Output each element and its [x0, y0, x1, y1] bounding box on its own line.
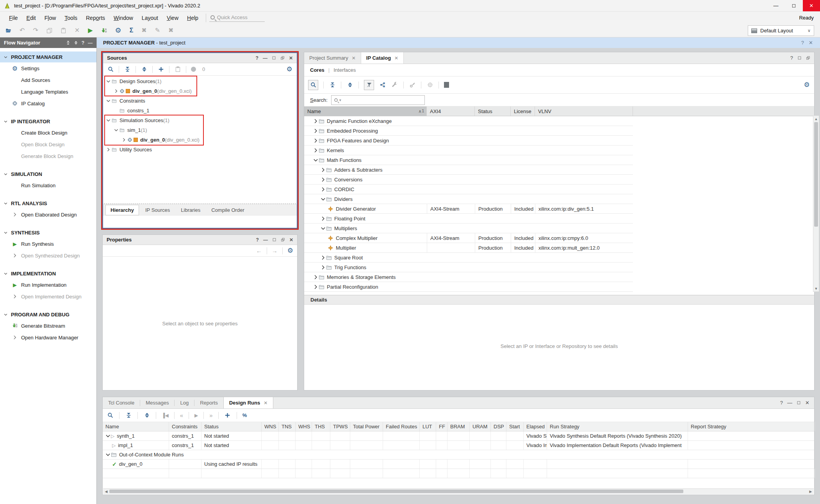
settings-gear-icon[interactable]: ⚙: [115, 27, 121, 34]
flow-item-settings[interactable]: ⚙Settings: [0, 62, 96, 74]
ip-row-partial-reconfiguration[interactable]: Partial Reconfiguration: [304, 282, 633, 292]
column-header-name[interactable]: Name∧1: [304, 106, 427, 116]
message-count-icon[interactable]: [191, 67, 196, 72]
horizontal-scrollbar[interactable]: ◀ ▶: [103, 488, 814, 494]
chevron-right-icon[interactable]: [121, 137, 127, 143]
run-row-div_gen_0[interactable]: ✓div_gen_0Using cached IP results: [103, 460, 814, 469]
close-tab-icon[interactable]: ✕: [264, 400, 267, 406]
percent-icon[interactable]: %: [242, 412, 247, 418]
properties-clipboard-icon[interactable]: [174, 66, 181, 73]
report-sigma-icon[interactable]: Σ: [130, 27, 134, 34]
skip-to-start-icon[interactable]: ▐◀: [162, 413, 169, 418]
column-header-failed-routes[interactable]: Failed Routes: [383, 422, 420, 431]
tree-item-div_gen_0[interactable]: div_gen_0 (div_gen_0.xci): [103, 86, 297, 96]
collapse-all-icon[interactable]: [329, 82, 336, 89]
properties-header[interactable]: Properties ? — ✕: [103, 235, 297, 245]
column-header-dsp[interactable]: DSP: [491, 422, 506, 431]
flow-item-open-hardware-manager[interactable]: Open Hardware Manager: [0, 332, 96, 343]
chevron-down-icon[interactable]: [105, 78, 111, 84]
sources-header[interactable]: Sources ? — ✕: [103, 53, 297, 63]
column-header-whs[interactable]: WHS: [296, 422, 312, 431]
view-cores[interactable]: Cores: [310, 67, 324, 73]
float-panel-icon[interactable]: [280, 56, 285, 60]
ip-row-square-root[interactable]: Square Root: [304, 253, 633, 263]
menu-reports[interactable]: Reports: [82, 13, 109, 23]
tab-design-runs[interactable]: Design Runs✕: [223, 397, 274, 408]
column-header-start[interactable]: Start: [506, 422, 524, 431]
tab-ip-catalog[interactable]: IP Catalog✕: [361, 52, 404, 64]
ip-row-dynamic-function-exchange[interactable]: Dynamic Function eXchange: [304, 116, 633, 126]
column-header-ff[interactable]: FF: [436, 422, 447, 431]
flow-item-open-implemented-design[interactable]: Open Implemented Design: [0, 291, 96, 302]
flow-item-generate-bitstream[interactable]: Generate Bitstream: [0, 320, 96, 332]
maximize-icon[interactable]: [785, 0, 803, 11]
close-panel-icon[interactable]: ✕: [289, 237, 293, 243]
gear-icon[interactable]: ⚙: [287, 247, 293, 255]
flow-item-run-implementation[interactable]: ▶Run Implementation: [0, 279, 96, 291]
maximize-panel-icon[interactable]: [797, 401, 801, 405]
chevron-down-icon[interactable]: [320, 225, 326, 231]
search-icon[interactable]: [107, 412, 114, 419]
chevron-right-icon[interactable]: [320, 216, 326, 222]
column-header-axi4[interactable]: AXI4: [427, 106, 475, 116]
expand-all-icon[interactable]: [141, 66, 148, 73]
minimize-icon[interactable]: —: [767, 0, 785, 11]
ip-row-divider-generator[interactable]: Divider GeneratorAXI4-StreamProductionIn…: [304, 204, 633, 214]
search-input[interactable]: ▾: [331, 95, 425, 105]
ip-row-multiplier[interactable]: MultiplierProductionIncludedxilinx.com:i…: [304, 243, 633, 253]
run-row-synth_1[interactable]: ▷synth_1constrs_1Not startedVivado Synth…: [103, 431, 814, 441]
chevron-down-icon[interactable]: [105, 98, 111, 104]
step-forward-icon[interactable]: »: [209, 412, 212, 419]
tree-item-design sources[interactable]: Design Sources (1): [103, 76, 297, 86]
expand-all-icon[interactable]: [143, 412, 150, 419]
column-header-status[interactable]: Status: [201, 422, 262, 431]
chevron-down-icon[interactable]: [105, 452, 111, 458]
run-row-out-of-context-module-runs[interactable]: Out-of-Context Module Runs: [103, 450, 814, 460]
column-header-uram[interactable]: URAM: [470, 422, 491, 431]
tab-tcl-console[interactable]: Tcl Console: [103, 397, 140, 408]
run-row-impl_1[interactable]: ▷impl_1constrs_1Not startedVivado Implem…: [103, 441, 814, 450]
chevron-right-icon[interactable]: [313, 128, 319, 134]
ip-row-multipliers[interactable]: Multipliers: [304, 224, 633, 233]
add-design-tools-icon[interactable]: [379, 82, 386, 89]
menu-tools[interactable]: Tools: [60, 13, 82, 23]
maximize-panel-icon[interactable]: [272, 238, 276, 242]
gear-icon[interactable]: ⚙: [286, 66, 293, 73]
flow-item-add-sources[interactable]: Add Sources: [0, 74, 96, 86]
flow-item-language-templates[interactable]: Language Templates: [0, 86, 96, 98]
minimize-panel-icon[interactable]: —: [787, 400, 792, 406]
float-panel-icon[interactable]: [281, 238, 285, 242]
menu-view[interactable]: View: [162, 13, 183, 23]
menu-flow[interactable]: Flow: [40, 13, 61, 23]
ip-row-fpga-features-and-design[interactable]: FPGA Features and Design: [304, 136, 633, 146]
ip-row-dividers[interactable]: Dividers: [304, 194, 633, 204]
column-header-tpws[interactable]: TPWS: [330, 422, 350, 431]
ip-row-cordic[interactable]: CORDIC: [304, 185, 633, 194]
tab-hierarchy[interactable]: Hierarchy: [105, 205, 139, 215]
flow-item-run-synthesis[interactable]: ▶Run Synthesis: [0, 238, 96, 250]
menu-layout[interactable]: Layout: [137, 13, 162, 23]
column-header-elapsed[interactable]: Elapsed: [524, 422, 547, 431]
chevron-down-icon[interactable]: [320, 196, 326, 202]
ip-row-memories-&-storage-elements[interactable]: Memories & Storage Elements: [304, 272, 633, 282]
ip-row-floating-point[interactable]: Floating Point: [304, 214, 633, 224]
help-icon[interactable]: ?: [256, 55, 258, 61]
quick-access-input[interactable]: Quick Access: [209, 14, 265, 22]
tree-item-sim_1[interactable]: sim_1 (1): [103, 125, 297, 135]
undo-icon[interactable]: ↶: [20, 27, 25, 34]
search-icon[interactable]: [308, 80, 318, 90]
flow-section-synthesis[interactable]: SYNTHESIS: [0, 227, 96, 238]
chevron-right-icon[interactable]: [320, 186, 326, 192]
redo-icon[interactable]: ↷: [33, 27, 38, 34]
stop-icon[interactable]: [444, 82, 449, 88]
column-header-ths[interactable]: THS: [312, 422, 330, 431]
tree-item-div_gen_0[interactable]: div_gen_0 (div_gen_0.xci): [103, 135, 297, 145]
menu-edit[interactable]: Edit: [22, 13, 40, 23]
view-interfaces[interactable]: Interfaces: [333, 67, 356, 73]
open-project-icon[interactable]: [5, 28, 11, 34]
flow-section-ip-integrator[interactable]: IP INTEGRATOR: [0, 116, 96, 127]
scroll-right-icon[interactable]: ▶: [808, 489, 814, 494]
ip-row-conversions[interactable]: Conversions: [304, 175, 633, 185]
maximize-panel-icon[interactable]: [272, 56, 276, 60]
chevron-right-icon[interactable]: [320, 177, 326, 183]
